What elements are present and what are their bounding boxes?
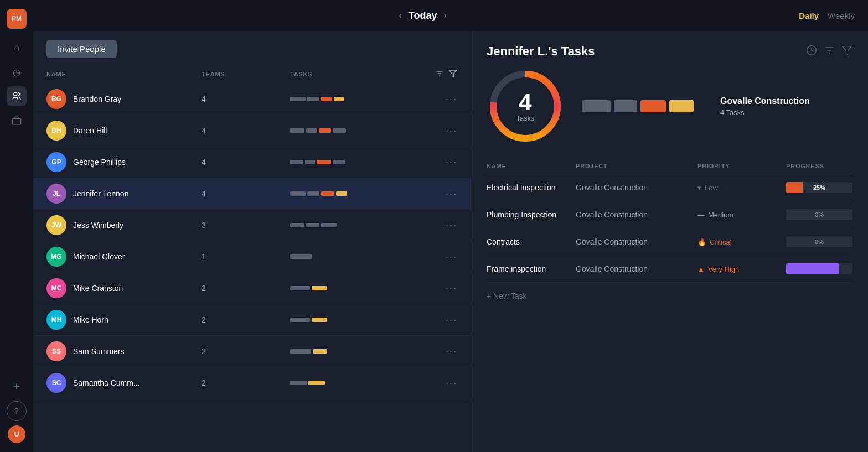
- sidebar-item-people[interactable]: [7, 86, 27, 106]
- task-panel: Jennifer L.'s Tasks: [471, 31, 868, 452]
- topbar-right: Daily Weekly: [799, 11, 855, 20]
- invite-people-button[interactable]: Invite People: [46, 40, 117, 58]
- person-row[interactable]: JL Jennifer Lennon 4 ···: [33, 178, 471, 210]
- weekly-view-button[interactable]: Weekly: [828, 11, 855, 20]
- person-avatar: SS: [46, 341, 66, 361]
- row-actions-menu[interactable]: ···: [424, 251, 457, 263]
- task-row[interactable]: Plumbing Inspection Govalle Construction…: [487, 201, 852, 228]
- task-name: Contracts: [487, 237, 576, 246]
- summary-bar: [582, 100, 611, 112]
- task-bar: [305, 160, 315, 164]
- person-name: MH Mike Horn: [46, 310, 202, 330]
- person-avatar: MC: [46, 278, 66, 298]
- people-panel: Invite People NAME TEAMS TASKS: [33, 31, 471, 452]
- task-bar: [313, 349, 327, 354]
- row-actions-menu[interactable]: ···: [424, 346, 457, 357]
- person-row[interactable]: GP George Phillips 4 ···: [33, 147, 471, 178]
- summary-bar: [640, 100, 666, 112]
- task-project: Govalle Construction: [576, 264, 698, 273]
- filter-icon[interactable]: [448, 69, 457, 79]
- row-actions-menu[interactable]: ···: [424, 125, 457, 137]
- help-icon[interactable]: ?: [7, 401, 27, 421]
- person-row[interactable]: MH Mike Horn 2 ···: [33, 304, 471, 336]
- person-row[interactable]: JW Jess Wimberly 3 ···: [33, 210, 471, 241]
- task-bar: [290, 381, 307, 385]
- person-row[interactable]: MC Mike Cranston 2 ···: [33, 273, 471, 304]
- person-row[interactable]: BG Brandon Gray 4 ···: [33, 84, 471, 115]
- task-row[interactable]: Contracts Govalle Construction 🔥 Critica…: [487, 228, 852, 256]
- person-row[interactable]: DH Daren Hill 4 ···: [33, 115, 471, 147]
- task-bar: [321, 191, 334, 196]
- prev-day-button[interactable]: ‹: [399, 11, 401, 20]
- task-row[interactable]: Frame inspection Govalle Construction ▲ …: [487, 256, 852, 283]
- task-project: Govalle Construction: [576, 210, 698, 219]
- row-actions-menu[interactable]: ···: [424, 188, 457, 200]
- new-task-button[interactable]: + New Task: [487, 283, 852, 309]
- row-actions-menu[interactable]: ···: [424, 314, 457, 326]
- summary-bar: [614, 100, 637, 112]
- clock-filter-icon[interactable]: [806, 45, 817, 59]
- user-avatar[interactable]: U: [8, 425, 25, 443]
- donut-center: 4 Tasks: [516, 91, 534, 122]
- person-row[interactable]: SS Sam Summers 2 ···: [33, 336, 471, 367]
- person-avatar: DH: [46, 121, 66, 141]
- person-name: SC Samantha Cumm...: [46, 373, 202, 393]
- sidebar-item-clock[interactable]: ◷: [7, 62, 27, 82]
- donut-chart: 4 Tasks: [487, 67, 564, 145]
- row-actions-menu[interactable]: ···: [424, 93, 457, 105]
- task-bar: [312, 286, 327, 290]
- task-bar: [308, 381, 325, 385]
- tasks-count: 2: [202, 284, 290, 293]
- settings-filter-icon[interactable]: [824, 45, 835, 59]
- table-header-actions: [424, 69, 457, 79]
- task-bar: [290, 128, 304, 133]
- tcol-progress: PROGRESS: [786, 163, 852, 169]
- svg-point-0: [14, 92, 17, 96]
- tasks-table-header: NAME PROJECT PRIORITY PROGRESS: [487, 158, 852, 174]
- row-actions-menu[interactable]: ···: [424, 283, 457, 294]
- person-row[interactable]: SC Samantha Cumm... 2 ···: [33, 367, 471, 399]
- col-teams: TEAMS: [202, 71, 290, 77]
- priority-badge: ▾ Low: [698, 184, 786, 192]
- task-bar: [333, 160, 345, 164]
- task-bar: [307, 97, 319, 101]
- next-day-button[interactable]: ›: [443, 11, 446, 20]
- task-summary: 4 Tasks Govalle Construction 4 Tasks: [471, 67, 868, 158]
- priority-badge: 🔥 Critical: [698, 238, 786, 246]
- tcol-priority: PRIORITY: [698, 163, 786, 169]
- row-actions-menu[interactable]: ···: [424, 157, 457, 168]
- sidebar-item-briefcase[interactable]: [7, 111, 27, 131]
- tasks-count: 2: [202, 315, 290, 324]
- tasks-count: 3: [202, 221, 290, 230]
- person-avatar: SC: [46, 373, 66, 393]
- tasks-table: NAME PROJECT PRIORITY PROGRESS Electrica…: [471, 158, 868, 452]
- row-actions-menu[interactable]: ···: [424, 220, 457, 231]
- task-row[interactable]: Electrical Inspection Govalle Constructi…: [487, 174, 852, 201]
- person-avatar: BG: [46, 89, 66, 109]
- add-icon[interactable]: +: [7, 377, 27, 397]
- app-logo[interactable]: PM: [7, 9, 27, 29]
- person-name: JW Jess Wimberly: [46, 215, 202, 235]
- filter-settings-icon[interactable]: [435, 69, 444, 79]
- daily-view-button[interactable]: Daily: [799, 11, 819, 20]
- task-bars: [290, 128, 424, 133]
- person-name: MC Mike Cranston: [46, 278, 202, 298]
- task-bar: [307, 191, 319, 196]
- person-row[interactable]: MG Michael Glover 1 ···: [33, 241, 471, 273]
- task-bars: [290, 160, 424, 164]
- task-bar: [290, 223, 304, 227]
- col-tasks: TASKS: [290, 71, 424, 77]
- people-list: BG Brandon Gray 4 ··· DH Daren Hill 4 ··…: [33, 84, 471, 452]
- task-panel-icons: [806, 45, 852, 59]
- task-filter-icon[interactable]: [841, 45, 852, 59]
- progress-bar: 0%: [786, 209, 852, 220]
- tasks-count: 4: [202, 189, 290, 198]
- row-actions-menu[interactable]: ···: [424, 377, 457, 389]
- project-tasks: 4 Tasks: [720, 108, 810, 117]
- task-bars: [290, 381, 424, 385]
- task-bars: [290, 286, 424, 290]
- sidebar-item-home[interactable]: ⌂: [7, 38, 27, 58]
- person-name: MG Michael Glover: [46, 247, 202, 267]
- tasks-list: Electrical Inspection Govalle Constructi…: [487, 174, 852, 283]
- task-bar: [290, 97, 306, 101]
